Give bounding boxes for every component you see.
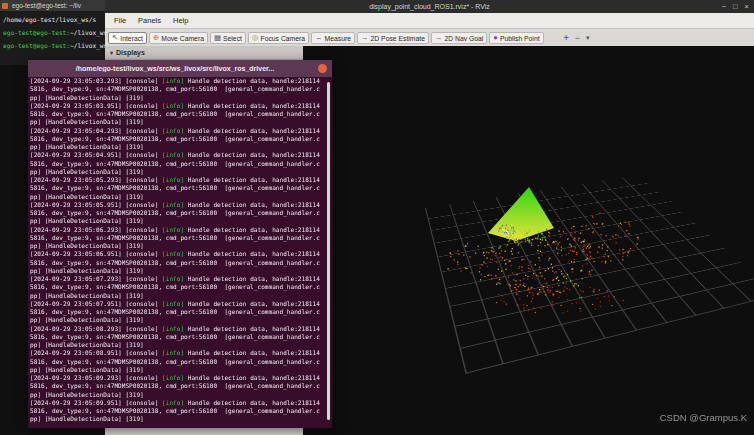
tool-focus-camera-button[interactable]: ◎ Focus Camera — [248, 32, 309, 44]
log-line: [2024-09-29 23:05:07.293] [console] [inf… — [30, 275, 325, 283]
log-line: pp] [HandleDetectionData] [319] — [30, 143, 325, 151]
terminal-title: /home/ego-test/livox_ws/src/ws_livox/src… — [28, 65, 332, 72]
log-line: [2024-09-29 23:05:09.951] [console] [inf… — [30, 399, 325, 407]
log-line: pp] [HandleDetectionData] [319] — [30, 415, 325, 423]
tool-label: Move Camera — [161, 35, 204, 42]
log-line: 5816, dev_type:9, sn:47MDMSP0020138, cmd… — [30, 308, 325, 316]
window-controls: − □ × — [722, 0, 749, 13]
log-line: 5816, dev_type:9, sn:47MDMSP0020138, cmd… — [30, 209, 325, 217]
shell-line: ego-test@ego-test:~/livox_ws/s — [3, 26, 110, 39]
tool-move-camera-button[interactable]: ⊕ Move Camera — [149, 32, 208, 44]
tool-2d-nav-goal-button[interactable]: → 2D Nav Goal — [431, 32, 487, 44]
green-arrow-icon: → — [361, 34, 369, 42]
tool-2d-pose-estimate-button[interactable]: → 2D Pose Estimate — [357, 32, 429, 44]
log-line: 5816, dev_type:9, sn:47MDMSP0020138, cmd… — [30, 259, 325, 267]
log-line: 5816, dev_type:9, sn:47MDMSP0020138, cmd… — [30, 160, 325, 168]
select-box-icon: ▦ — [214, 34, 221, 42]
tool-label: Interact — [120, 35, 143, 42]
log-line: 5816, dev_type:9, sn:47MDMSP0020138, cmd… — [30, 382, 325, 390]
log-line: 5816, dev_type:9, sn:47MDMSP0020138, cmd… — [30, 407, 325, 415]
rviz-window-title: display_point_cloud_ROS1.rviz* - RViz — [369, 3, 490, 10]
log-line: 5816, dev_type:9, sn:47MDMSP0020138, cmd… — [30, 85, 325, 93]
shell-line: /home/ego-test/livox_ws/s — [3, 13, 110, 26]
ruler-icon: ↔ — [315, 34, 323, 42]
background-terminal-window[interactable]: ego-test@ego-test: ~/liv /home/ego-test/… — [0, 0, 110, 65]
log-line: pp] [HandleDetectionData] [319] — [30, 94, 325, 102]
point-cloud-wedge — [488, 187, 554, 241]
watermark: CSDN @Grampus.K — [660, 412, 747, 423]
log-line: 5816, dev_type:9, sn:47MDMSP0020138, cmd… — [30, 135, 325, 143]
background-terminal-titlebar[interactable]: ego-test@ego-test: ~/liv — [0, 0, 110, 11]
chevron-down-icon: ▾ — [110, 49, 113, 56]
cursor-icon: ↖ — [112, 34, 118, 42]
log-line: pp] [HandleDetectionData] [319] — [30, 168, 325, 176]
point-dot-icon: ● — [493, 34, 498, 42]
log-line: pp] [HandleDetectionData] [319] — [30, 217, 325, 225]
shell-line: ego-test@ego-test:~/livox_ws/s — [3, 39, 110, 52]
menu-file[interactable]: File — [108, 16, 132, 25]
terminal-scrollbar[interactable] — [327, 82, 330, 420]
tool-select-button[interactable]: ▦ Select — [210, 32, 246, 44]
terminal-app-icon — [2, 3, 8, 9]
log-line: 5816, dev_type:9, sn:47MDMSP0020138, cmd… — [30, 110, 325, 118]
screen: ego-test@ego-test: ~/liv /home/ego-test/… — [0, 0, 754, 435]
background-terminal-title: ego-test@ego-test: ~/liv — [12, 2, 81, 9]
log-line: 5816, dev_type:9, sn:47MDMSP0020138, cmd… — [30, 184, 325, 192]
log-line: pp] [HandleDetectionData] [319] — [30, 341, 325, 349]
log-line: [2024-09-29 23:05:05.951] [console] [inf… — [30, 201, 325, 209]
tool-label: 2D Pose Estimate — [371, 35, 425, 42]
rviz-titlebar[interactable]: display_point_cloud_ROS1.rviz* - RViz − … — [105, 0, 754, 13]
log-line: pp] [HandleDetectionData] [319] — [30, 292, 325, 300]
terminal-titlebar[interactable]: /home/ego-test/livox_ws/src/ws_livox/src… — [28, 60, 332, 77]
log-line: 5816, dev_type:9, sn:47MDMSP0020138, cmd… — [30, 234, 325, 242]
toolbar-options-chevron-icon[interactable]: ▾ — [584, 32, 592, 44]
tool-interact-button[interactable]: ↖ Interact — [108, 32, 147, 44]
focus-target-icon: ◎ — [252, 34, 259, 42]
add-tool-button[interactable]: + — [562, 32, 571, 44]
log-line: pp] [HandleDetectionData] [319] — [30, 391, 325, 399]
log-line: pp] [HandleDetectionData] [319] — [30, 193, 325, 201]
tool-label: 2D Nav Goal — [444, 35, 483, 42]
log-line: pp] [HandleDetectionData] [319] — [30, 118, 325, 126]
terminal-log[interactable]: [2024-09-29 23:05:03.293] [console] [inf… — [30, 77, 325, 426]
tool-label: Measure — [325, 35, 351, 42]
rviz-menubar: File Panels Help — [105, 13, 754, 29]
close-icon[interactable]: × — [745, 0, 749, 13]
menu-help[interactable]: Help — [167, 16, 194, 25]
tool-publish-point-button[interactable]: ● Publish Point — [489, 32, 543, 44]
log-line: [2024-09-29 23:05:08.951] [console] [inf… — [30, 349, 325, 357]
minimize-icon[interactable]: − — [722, 0, 726, 13]
background-terminal-body: /home/ego-test/livox_ws/s ego-test@ego-t… — [0, 11, 110, 65]
log-line: 5816, dev_type:9, sn:47MDMSP0020138, cmd… — [30, 333, 325, 341]
log-line: [2024-09-29 23:05:03.951] [console] [inf… — [30, 102, 325, 110]
tool-label: Select — [223, 35, 242, 42]
rviz-3d-viewport[interactable] — [303, 46, 754, 435]
tool-label: Focus Camera — [260, 35, 305, 42]
log-line: pp] [HandleDetectionData] [319] — [30, 267, 325, 275]
camera-move-icon: ⊕ — [153, 34, 159, 42]
displays-panel-header[interactable]: ▾ Displays — [105, 46, 303, 60]
menu-panels[interactable]: Panels — [132, 16, 167, 25]
log-line: [2024-09-29 23:05:04.293] [console] [inf… — [30, 127, 325, 135]
tool-label: Publish Point — [500, 35, 540, 42]
log-line: [2024-09-29 23:05:07.951] [console] [inf… — [30, 300, 325, 308]
log-line: [2024-09-29 23:05:03.293] [console] [inf… — [30, 77, 325, 85]
log-line: [2024-09-29 23:05:08.293] [console] [inf… — [30, 325, 325, 333]
displays-panel-title: Displays — [116, 49, 145, 56]
terminal-close-icon[interactable] — [318, 64, 327, 73]
log-line: pp] [HandleDetectionData] [319] — [30, 366, 325, 374]
maximize-icon[interactable]: □ — [733, 0, 738, 13]
log-line: [2024-09-29 23:05:04.951] [console] [inf… — [30, 151, 325, 159]
log-line: 5816, dev_type:9, sn:47MDMSP0020138, cmd… — [30, 358, 325, 366]
point-cloud — [303, 46, 754, 435]
log-line: [2024-09-29 23:05:06.951] [console] [inf… — [30, 250, 325, 258]
log-line: [2024-09-29 23:05:05.293] [console] [inf… — [30, 176, 325, 184]
terminal-window: /home/ego-test/livox_ws/src/ws_livox/src… — [28, 60, 332, 428]
log-line: pp] [HandleDetectionData] [319] — [30, 316, 325, 324]
tool-measure-button[interactable]: ↔ Measure — [311, 32, 355, 44]
remove-tool-button[interactable]: − — [573, 32, 582, 44]
log-line: pp] [HandleDetectionData] [319] — [30, 242, 325, 250]
log-line: [2024-09-29 23:05:09.293] [console] [inf… — [30, 374, 325, 382]
pink-arrow-icon: → — [435, 34, 443, 42]
log-line: 5816, dev_type:9, sn:47MDMSP0020138, cmd… — [30, 283, 325, 291]
